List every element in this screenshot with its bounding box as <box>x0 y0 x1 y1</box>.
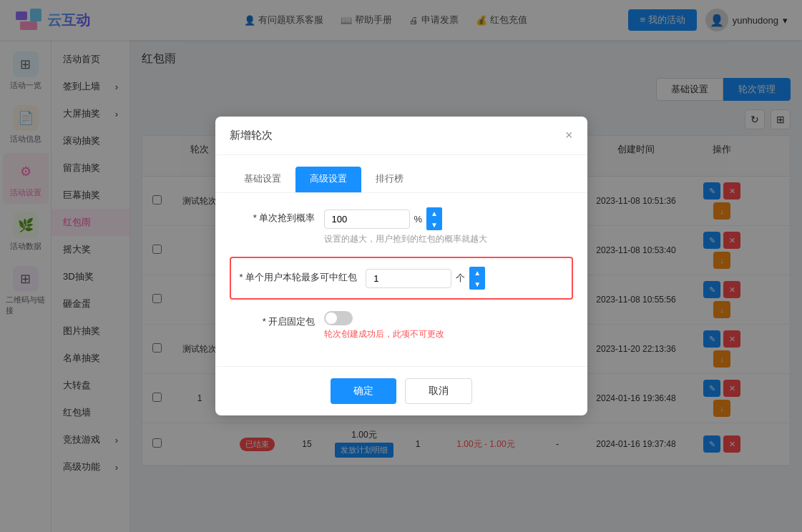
form-row-max-win: * 单个用户本轮最多可中红包 个 ▲ ▼ <box>240 267 563 290</box>
confirm-button[interactable]: 确定 <box>331 378 396 404</box>
form-row-grab-rate: * 单次抢到概率 % ▲ ▼ 设置的越大，用户抢到的红包的概率就越大 <box>230 207 573 245</box>
fixed-pkg-toggle[interactable] <box>324 311 353 325</box>
max-win-label: * 单个用户本轮最多可中红包 <box>240 267 358 284</box>
modal-close-button[interactable]: × <box>565 128 573 143</box>
max-win-down-button[interactable]: ▼ <box>469 278 485 290</box>
modal-header: 新增轮次 × <box>215 117 587 155</box>
modal-footer: 确定 取消 <box>215 366 587 415</box>
cancel-button[interactable]: 取消 <box>405 378 472 404</box>
modal-body: * 单次抢到概率 % ▲ ▼ 设置的越大，用户抢到的红包的概率就越大 <box>215 193 587 366</box>
modal-tab-advanced[interactable]: 高级设置 <box>295 167 361 192</box>
max-win-highlighted-row: * 单个用户本轮最多可中红包 个 ▲ ▼ <box>230 257 573 300</box>
modal-tab-ranking[interactable]: 排行榜 <box>361 167 418 192</box>
fixed-pkg-note: 轮次创建成功后，此项不可更改 <box>324 328 444 340</box>
max-win-input-area: 个 ▲ ▼ <box>366 267 485 290</box>
modal-tab-basic[interactable]: 基础设置 <box>230 167 295 192</box>
grab-rate-input-area: % ▲ ▼ 设置的越大，用户抢到的红包的概率就越大 <box>324 207 487 245</box>
max-win-input[interactable] <box>366 269 451 288</box>
fixed-pkg-label: * 开启固定包 <box>230 311 316 328</box>
grab-rate-input[interactable] <box>324 210 410 229</box>
modal-overlay[interactable]: 新增轮次 × 基础设置 高级设置 排行榜 * 单次抢到概率 % ▲ ▼ <box>0 0 802 532</box>
max-win-unit: 个 <box>456 272 465 285</box>
grab-rate-down-button[interactable]: ▼ <box>426 219 442 230</box>
modal-tabs: 基础设置 高级设置 排行榜 <box>215 155 587 193</box>
max-win-up-button[interactable]: ▲ <box>469 267 485 278</box>
form-row-fixed-pkg: * 开启固定包 轮次创建成功后，此项不可更改 <box>230 311 573 340</box>
modal-dialog: 新增轮次 × 基础设置 高级设置 排行榜 * 单次抢到概率 % ▲ ▼ <box>215 117 587 415</box>
grab-rate-unit: % <box>414 214 423 225</box>
modal-title: 新增轮次 <box>230 129 273 142</box>
max-win-spinner: ▲ ▼ <box>469 267 485 290</box>
grab-rate-up-button[interactable]: ▲ <box>426 207 442 219</box>
fixed-pkg-toggle-area: 轮次创建成功后，此项不可更改 <box>324 311 444 340</box>
grab-rate-label: * 单次抢到概率 <box>230 207 316 225</box>
grab-rate-spinner: ▲ ▼ <box>426 207 442 230</box>
grab-rate-hint: 设置的越大，用户抢到的红包的概率就越大 <box>324 233 487 245</box>
